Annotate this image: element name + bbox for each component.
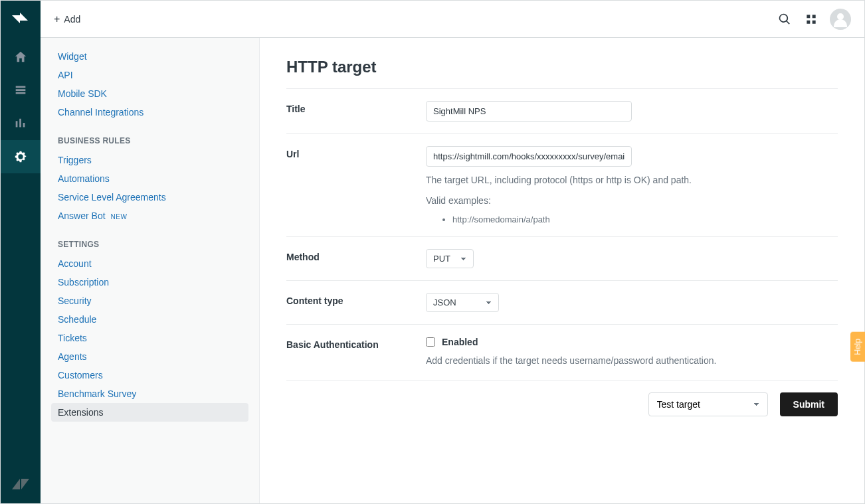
label-method: Method — [286, 249, 426, 268]
form-row-content-type: Content type JSON — [286, 280, 838, 324]
url-input[interactable] — [426, 146, 632, 167]
url-example: http://somedomain/a/path — [452, 214, 838, 224]
top-bar: + Add — [41, 1, 864, 38]
nav-views[interactable] — [1, 74, 41, 107]
list-icon — [13, 83, 28, 98]
form-row-url: Url The target URL, including protocol (… — [286, 133, 838, 236]
sidebar-item-channel-integrations[interactable]: Channel Integrations — [51, 103, 248, 122]
nav-admin[interactable] — [1, 140, 41, 173]
new-badge: NEW — [110, 213, 127, 220]
left-nav-rail — [1, 1, 41, 503]
add-button-label: Add — [64, 14, 80, 25]
sidebar-header-business-rules: BUSINESS RULES — [51, 122, 248, 151]
zendesk-brand-icon — [12, 477, 29, 493]
main-content: HTTP target Title Url The target URL, in… — [260, 38, 864, 503]
label-url: Url — [286, 146, 426, 224]
sidebar-item-automations[interactable]: Automations — [51, 169, 248, 188]
add-button[interactable]: + Add — [54, 14, 80, 25]
sidebar-item-sla[interactable]: Service Level Agreements — [51, 188, 248, 207]
nav-reporting[interactable] — [1, 107, 41, 140]
submit-button[interactable]: Submit — [780, 392, 838, 416]
sidebar-item-triggers[interactable]: Triggers — [51, 151, 248, 169]
url-help2: Valid examples: — [426, 194, 838, 208]
basic-auth-checkbox[interactable] — [426, 337, 435, 347]
sidebar-header-settings: SETTINGS — [51, 225, 248, 254]
help-tab[interactable]: Help — [850, 332, 865, 362]
search-button[interactable] — [771, 6, 798, 33]
sidebar-item-mobile-sdk[interactable]: Mobile SDK — [51, 84, 248, 103]
search-icon — [778, 13, 791, 26]
apps-button[interactable] — [798, 6, 824, 33]
sidebar-item-extensions[interactable]: Extensions — [51, 403, 248, 422]
title-input[interactable] — [426, 101, 632, 122]
zendesk-logo-icon — [12, 10, 29, 27]
sidebar-item-answer-bot[interactable]: Answer Bot NEW — [51, 207, 248, 225]
sidebar-item-benchmark-survey[interactable]: Benchmark Survey — [51, 384, 248, 403]
label-basic-auth: Basic Authentication — [286, 337, 426, 368]
sidebar-item-schedule[interactable]: Schedule — [51, 310, 248, 329]
home-icon — [13, 50, 28, 64]
sidebar-item-security[interactable]: Security — [51, 292, 248, 310]
test-target-select[interactable]: Test target — [648, 392, 768, 416]
bar-chart-icon — [13, 116, 28, 131]
sidebar-item-tickets[interactable]: Tickets — [51, 329, 248, 347]
gear-icon — [13, 149, 28, 164]
apps-grid-icon — [805, 13, 818, 26]
sidebar-item-widget[interactable]: Widget — [51, 47, 248, 66]
form-row-title: Title — [286, 88, 838, 133]
page-title: HTTP target — [286, 58, 838, 76]
sidebar-item-customers[interactable]: Customers — [51, 366, 248, 384]
plus-icon: + — [54, 14, 60, 25]
sidebar-item-api[interactable]: API — [51, 66, 248, 84]
nav-home[interactable] — [1, 41, 41, 74]
settings-sidebar: Widget API Mobile SDK Channel Integratio… — [41, 38, 260, 503]
basic-auth-checkbox-label: Enabled — [442, 337, 478, 347]
label-title: Title — [286, 101, 426, 122]
sidebar-item-subscription[interactable]: Subscription — [51, 273, 248, 292]
form-row-basic-auth: Basic Authentication Enabled Add credent… — [286, 324, 838, 380]
sidebar-item-agents[interactable]: Agents — [51, 347, 248, 366]
label-content-type: Content type — [286, 293, 426, 312]
form-row-method: Method PUT — [286, 236, 838, 280]
sidebar-item-account[interactable]: Account — [51, 254, 248, 273]
action-row: Test target Submit — [286, 380, 838, 428]
method-select[interactable]: PUT — [426, 249, 474, 268]
content-type-select[interactable]: JSON — [426, 293, 499, 312]
basic-auth-help: Add credentials if the target needs user… — [426, 354, 838, 368]
url-help1: The target URL, including protocol (http… — [426, 173, 838, 187]
user-avatar[interactable] — [830, 9, 851, 30]
sidebar-item-label: Answer Bot — [58, 210, 106, 221]
